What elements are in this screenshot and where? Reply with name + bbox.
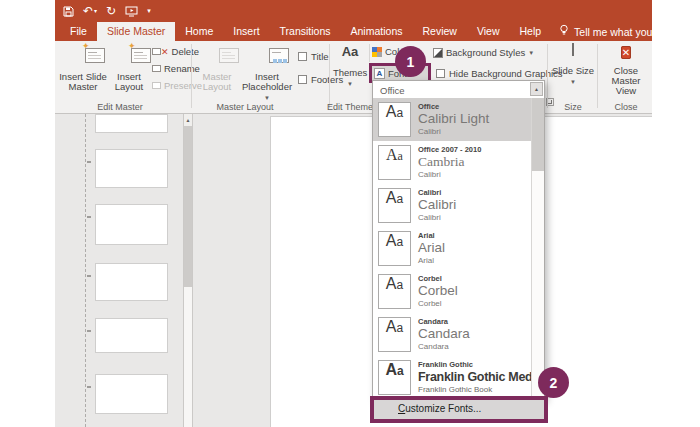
fonts-dropdown-header-label: Office — [380, 85, 405, 96]
title-checkbox-label: Title — [311, 51, 329, 62]
font-preview-icon: Aa — [378, 145, 411, 180]
font-preview-icon: Aa — [378, 274, 411, 309]
dropdown-scrollbar-thumb[interactable] — [532, 98, 544, 171]
font-preview-icon: Aa — [378, 188, 411, 223]
font-scheme-heading-font: Candara — [418, 326, 531, 342]
slide-thumbnail[interactable] — [95, 204, 168, 245]
rename-icon — [152, 63, 161, 74]
rename-button[interactable]: Rename — [152, 63, 200, 74]
font-scheme-item-candara[interactable]: AaCandaraCandaraCandara — [373, 313, 533, 356]
font-scheme-body-font: Candara — [418, 342, 531, 352]
insert-slide-master-button[interactable]: ✦ Insert Slide Master — [59, 43, 107, 92]
colors-icon — [372, 47, 382, 57]
start-slideshow-icon[interactable] — [125, 6, 138, 17]
font-scheme-heading-font: Arial — [418, 240, 531, 256]
slide-thumbnail[interactable] — [95, 318, 168, 353]
font-preview-icon: Aa — [378, 360, 411, 395]
close-group-label: Close — [601, 102, 651, 112]
ribbon-tab-row: FileSlide MasterHomeInsertTransitionsAni… — [55, 22, 652, 41]
thumbnail-marker — [87, 330, 91, 332]
tab-animations[interactable]: Animations — [341, 22, 413, 41]
size-group-label: Size — [551, 102, 595, 112]
save-icon[interactable] — [63, 6, 74, 17]
insert-placeholder-button[interactable]: Insert Placeholder ▼ — [241, 43, 293, 103]
group-divider — [329, 44, 330, 108]
tab-transitions[interactable]: Transitions — [270, 22, 341, 41]
scrollbar-thumb[interactable] — [184, 126, 192, 287]
dropdown-arrow-icon: ▼ — [528, 50, 534, 56]
font-scheme-body-font: Arial — [418, 256, 531, 266]
tell-me-label: Tell me what you want to do — [574, 26, 700, 38]
tab-slide-master[interactable]: Slide Master — [97, 22, 175, 41]
dropdown-arrow-icon: ▼ — [570, 79, 576, 85]
font-scheme-item-franklin-gothic[interactable]: AaFranklin GothicFranklin Gothic MedFran… — [373, 356, 533, 399]
font-preview-icon: Aa — [378, 102, 411, 137]
font-scheme-body-font: Calibri — [418, 127, 531, 137]
font-scheme-body-font: Calibri — [418, 170, 531, 180]
themes-label: Themes — [333, 67, 367, 78]
tab-view[interactable]: View — [467, 22, 510, 41]
scroll-up-icon[interactable]: ▲ — [184, 114, 192, 126]
dropdown-scroll-up-icon[interactable]: ▲ — [530, 82, 543, 96]
slide-thumbnail[interactable] — [95, 114, 168, 133]
tab-file[interactable]: File — [60, 22, 97, 41]
tab-insert[interactable]: Insert — [223, 22, 269, 41]
edit-theme-group-label: Edit Theme — [323, 102, 377, 112]
preserve-icon — [152, 80, 161, 91]
customize-fonts-item[interactable]: Customize Fonts... — [370, 396, 548, 423]
font-scheme-name: Office 2007 - 2010 — [418, 145, 531, 154]
slide-size-label: Slide Size — [552, 65, 594, 76]
group-divider — [191, 44, 192, 108]
font-scheme-heading-font: Calibri — [418, 197, 531, 213]
font-scheme-item-corbel[interactable]: AaCorbelCorbelCorbel — [373, 270, 533, 313]
fonts-dropdown-header: Office ▲ — [373, 81, 544, 98]
background-styles-icon — [433, 48, 443, 58]
close-icon: ✕ — [621, 46, 631, 59]
insert-placeholder-label: Insert Placeholder — [242, 71, 292, 92]
thumbnail-scrollbar[interactable]: ▲ — [183, 114, 193, 427]
slide-thumbnail[interactable] — [95, 374, 168, 414]
tab-home[interactable]: Home — [175, 22, 223, 41]
redo-icon[interactable]: ↻ — [106, 4, 116, 18]
themes-button[interactable]: Aa Themes ▼ — [333, 43, 367, 89]
tab-review[interactable]: Review — [412, 22, 466, 41]
slide-thumbnail[interactable] — [95, 149, 168, 188]
font-scheme-item-office-2007-2010[interactable]: AaOffice 2007 - 2010CambriaCalibri — [373, 141, 533, 184]
font-scheme-name: Corbel — [418, 274, 531, 283]
font-scheme-item-arial[interactable]: AaArialArialArial — [373, 227, 533, 270]
slide-size-button[interactable]: Slide Size ▼ — [551, 43, 595, 87]
slide-thumbnail[interactable] — [95, 263, 168, 301]
font-scheme-item-calibri[interactable]: AaCalibriCalibriCalibri — [373, 184, 533, 227]
font-preview-icon: Aa — [378, 317, 411, 352]
tab-help[interactable]: Help — [510, 22, 552, 41]
insert-layout-button[interactable]: ✦ Insert Layout — [109, 43, 149, 92]
font-scheme-name: Arial — [418, 231, 531, 240]
customize-quick-access-icon[interactable]: ▾ — [147, 4, 151, 18]
font-scheme-name: Candara — [418, 317, 531, 326]
close-master-view-label: Close Master View — [611, 65, 640, 96]
delete-icon: ✕ — [152, 46, 169, 57]
callout-step-1: 1 — [395, 46, 426, 77]
title-bar: ↶▾ ↻ ▾ — [55, 0, 652, 22]
group-divider — [369, 44, 370, 62]
tabs: FileSlide MasterHomeInsertTransitionsAni… — [60, 22, 551, 41]
background-styles-button[interactable]: Background Styles ▼ — [433, 47, 534, 58]
group-divider — [597, 44, 598, 108]
tell-me[interactable]: Tell me what you want to do — [551, 22, 700, 41]
checkbox-icon — [298, 52, 307, 61]
font-scheme-name: Calibri — [418, 188, 531, 197]
fonts-a-icon: A — [374, 68, 385, 79]
title-checkbox[interactable]: Title — [298, 51, 329, 62]
close-master-view-button[interactable]: ✕ Close Master View — [601, 43, 651, 96]
font-scheme-item-office[interactable]: AaOfficeCalibri LightCalibri — [373, 98, 533, 141]
font-scheme-heading-font: Franklin Gothic Med — [418, 369, 531, 385]
thumbnail-panel-divider — [85, 114, 86, 427]
thumbnail-marker — [87, 161, 91, 163]
master-layout-button[interactable]: Master Layout — [195, 43, 239, 92]
undo-icon[interactable]: ↶▾ — [83, 4, 97, 18]
dropdown-scrollbar[interactable] — [531, 98, 544, 399]
hide-background-graphics-checkbox[interactable]: Hide Background Graphics — [436, 68, 563, 79]
insert-slide-master-label: Insert Slide Master — [59, 71, 107, 92]
master-layout-label: Master Layout — [202, 71, 231, 92]
font-preview-icon: Aa — [378, 231, 411, 266]
